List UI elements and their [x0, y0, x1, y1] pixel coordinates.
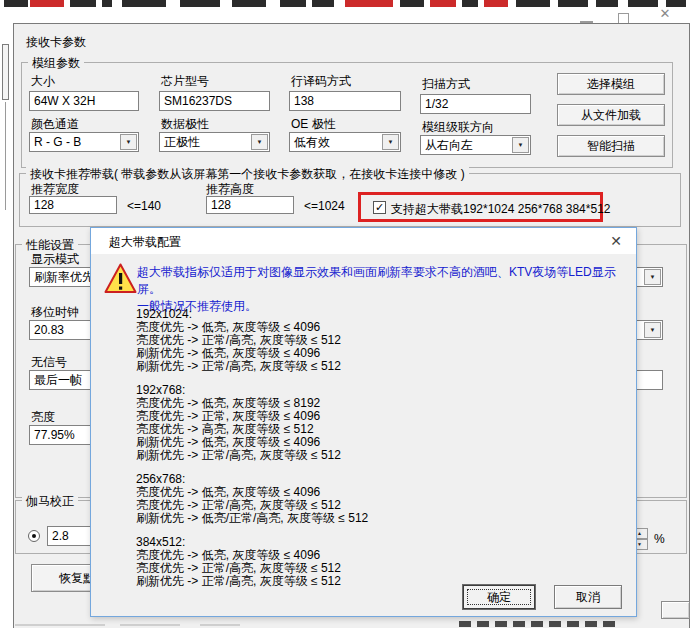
menu-fragment-red: [345, 0, 393, 7]
field-label-row-decode: 行译码方式: [291, 73, 351, 90]
gamma-radio[interactable]: [28, 530, 40, 542]
clipped-toolbar-icon: [495, 621, 507, 627]
no-signal-label: 无信号: [31, 354, 67, 371]
dropdown-arrow-icon[interactable]: ▼: [251, 134, 268, 150]
check-icon: ✓: [375, 201, 384, 213]
spec-line: 刷新优先 -> 正常/高亮, 灰度等级 ≤ 512: [136, 360, 368, 373]
menu-fragment-red: [430, 0, 456, 7]
spec-section-192x768: 192x768: 亮度优先 -> 低亮, 灰度等级 ≤ 8192 亮度优先 ->…: [136, 384, 368, 462]
row-decode-input[interactable]: 138: [289, 91, 401, 111]
menu-fragment: [70, 0, 96, 7]
clipped-toolbar-icon: [513, 621, 525, 627]
chip-model-input[interactable]: SM16237DS: [159, 91, 270, 111]
gamma-value-input[interactable]: 2.8: [47, 526, 93, 546]
recommended-height-limit: <=1024: [304, 199, 345, 213]
recommended-width-input[interactable]: 128: [29, 196, 117, 214]
dropdown-arrow-icon[interactable]: ▼: [120, 134, 137, 150]
load-from-file-button[interactable]: 从文件加载: [557, 104, 665, 126]
ok-button[interactable]: 确定: [463, 585, 535, 609]
oe-polarity-select[interactable]: 低有效 ▼: [289, 132, 401, 152]
overload-checkbox[interactable]: ✓: [373, 201, 386, 214]
dropdown-arrow-icon[interactable]: ▼: [644, 269, 661, 285]
dialog-close-icon[interactable]: ✕: [606, 232, 626, 250]
clipped-toolbar-icon: [585, 621, 597, 627]
module-params-title: 模组参数: [28, 55, 84, 72]
field-label-oe-polarity: OE 极性: [291, 116, 336, 133]
spec-section-384x512: 384x512: 亮度优先 -> 低亮, 灰度等级 ≤ 4096 亮度优先 ->…: [136, 536, 368, 588]
display-mode-label: 显示模式: [31, 251, 79, 268]
data-polarity-value: 正极性: [164, 135, 200, 149]
shift-clock-label: 移位时钟: [31, 304, 79, 321]
clipped-bottom-line: [200, 624, 240, 626]
dropdown-arrow-icon[interactable]: ▼: [644, 322, 661, 338]
menu-fragment: [596, 0, 618, 7]
warning-icon: [104, 263, 137, 294]
menu-fragment: [400, 0, 424, 7]
shift-clock-value: 20.83: [34, 323, 64, 337]
recommended-height-input[interactable]: 128: [206, 196, 294, 214]
field-label-cascade-direction: 模组级联方向: [422, 119, 494, 136]
field-label-chip: 芯片型号: [161, 73, 209, 90]
menu-fragment: [280, 0, 306, 7]
field-label-color-channel: 颜色通道: [31, 116, 79, 133]
menu-fragment: [232, 0, 266, 7]
overload-checkbox-label[interactable]: 支持超大带载192*1024 256*768 384*512: [391, 201, 610, 218]
select-module-button[interactable]: 选择模组: [557, 73, 665, 95]
field-label-scan: 扫描方式: [422, 76, 470, 93]
brightness-label: 亮度: [31, 409, 55, 426]
clipped-toolbar-icon: [567, 621, 579, 627]
smart-scan-button[interactable]: 智能扫描: [557, 135, 665, 157]
percent-suffix: %: [654, 532, 665, 546]
clipped-toolbar-icon: [549, 621, 561, 627]
color-channel-select[interactable]: R - G - B ▼: [29, 132, 139, 152]
menu-fragment: [312, 0, 334, 7]
cascade-direction-value: 从右向左: [425, 138, 473, 152]
clipped-toolbar-icon: [477, 621, 489, 627]
warning-line-1: 超大带载指标仅适用于对图像显示效果和画面刷新率要求不高的酒吧、KTV夜场等LED…: [137, 264, 627, 298]
clipped-bottom-line: [120, 624, 180, 626]
menu-fragment-red: [30, 0, 64, 7]
close-icon[interactable]: ✕: [652, 7, 678, 23]
menu-fragment: [122, 0, 166, 7]
clipped-left-tab: [2, 44, 9, 100]
menu-fragment: [102, 0, 112, 7]
overload-spec-list: 192x1024: 亮度优先 -> 低亮, 灰度等级 ≤ 4096 亮度优先 -…: [136, 308, 368, 599]
clipped-toolbar-icon: [459, 621, 471, 627]
dialog-title: 超大带载配置: [109, 234, 181, 251]
page-title: 接收卡参数: [26, 34, 86, 51]
cascade-direction-select[interactable]: 从右向左 ▼: [420, 135, 531, 155]
menu-fragment: [4, 0, 28, 7]
data-polarity-select[interactable]: 正极性 ▼: [159, 132, 270, 152]
field-label-size: 大小: [31, 73, 55, 90]
dropdown-arrow-icon[interactable]: ▼: [512, 137, 529, 153]
spec-line: 刷新优先 -> 低亮/正常/高亮, 灰度等级 ≤ 512: [136, 512, 368, 525]
cancel-button[interactable]: 取消: [554, 585, 622, 609]
menu-fragment: [628, 0, 658, 7]
clipped-left-line: [5, 102, 6, 210]
oe-polarity-value: 低有效: [294, 135, 330, 149]
gamma-title: 伽马校正: [22, 493, 78, 510]
menu-fragment: [516, 0, 550, 7]
size-input[interactable]: 64W X 32H: [29, 91, 139, 111]
menu-fragment-red: [484, 0, 508, 7]
scan-mode-input[interactable]: 1/32: [420, 94, 531, 114]
menu-fragment: [180, 0, 220, 7]
recommended-width-limit: <=140: [127, 199, 161, 213]
spec-section-192x1024: 192x1024: 亮度优先 -> 低亮, 灰度等级 ≤ 4096 亮度优先 -…: [136, 308, 368, 373]
menu-fragment: [462, 0, 478, 7]
overload-config-dialog: 超大带载配置 ✕ 超大带载指标仅适用于对图像显示效果和画面刷新率要求不高的酒吧、…: [90, 227, 637, 617]
menu-fragment: [558, 0, 588, 7]
spec-line: 刷新优先 -> 正常/高亮, 灰度等级 ≤ 512: [136, 575, 368, 588]
clipped-bottom-right-button[interactable]: [661, 601, 690, 619]
parent-titlebar: ✕: [0, 7, 692, 23]
clipped-toolbar-icon: [603, 621, 615, 627]
field-label-data-polarity: 数据极性: [161, 116, 209, 133]
clipped-bottom-line: [15, 624, 105, 626]
color-channel-value: R - G - B: [34, 135, 81, 149]
clipped-toolbar-icon: [531, 621, 543, 627]
screen: ✕ 接收卡参数 模组参数 大小 芯片型号 行译码方式 扫描方式 64W X 32…: [0, 0, 692, 628]
spec-section-256x768: 256x768: 亮度优先 -> 低亮, 灰度等级 ≤ 4096 亮度优先 ->…: [136, 473, 368, 525]
display-mode-value: 刷新率优先: [34, 270, 94, 284]
dialog-titlebar: 超大带载配置 ✕: [91, 228, 636, 254]
dropdown-arrow-icon[interactable]: ▼: [382, 134, 399, 150]
